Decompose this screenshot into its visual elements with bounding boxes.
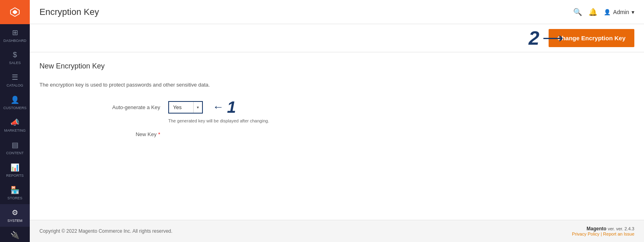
user-icon: 👤 <box>604 9 611 15</box>
footer-right: Magento ver. ver. 2.4.3 Privacy Policy |… <box>572 226 634 236</box>
auto-generate-control: Yes ▾ ← 1 <box>168 99 236 115</box>
sales-icon: $ <box>13 51 17 59</box>
sidebar-item-reports[interactable]: 📊 Reports <box>0 159 30 182</box>
catalog-icon: ☰ <box>12 73 18 82</box>
sidebar-item-label: Reports <box>6 174 23 178</box>
system-icon: ⚙ <box>12 208 18 217</box>
version-label: ver. ver. 2.4.3 <box>608 226 634 231</box>
page-content: 2 ⟶ Change Encryption Key New Encryption… <box>30 24 644 242</box>
sidebar: ⊞ Dashboard $ Sales ☰ Catalog 👤 Customer… <box>0 0 30 242</box>
select-dropdown-arrow[interactable]: ▾ <box>193 102 202 113</box>
annotation-number-2: 2 <box>528 29 539 48</box>
sidebar-item-catalog[interactable]: ☰ Catalog <box>0 69 30 91</box>
new-key-label: New Key* <box>39 131 168 137</box>
sidebar-item-label: Marketing <box>4 128 26 132</box>
sidebar-item-label: System <box>7 219 22 223</box>
sidebar-item-label: Sales <box>9 61 21 65</box>
bell-icon[interactable]: 🔔 <box>588 8 597 17</box>
arrow-right-icon: ⟶ <box>543 30 564 47</box>
copyright-text: Copyright © 2022 Magento Commerce Inc. A… <box>39 228 172 234</box>
sidebar-item-marketing[interactable]: 📣 Marketing <box>0 114 30 137</box>
arrow-left-icon: ← <box>213 101 224 114</box>
chevron-down-icon: ▾ <box>632 9 634 15</box>
new-key-row: New Key* <box>39 131 634 137</box>
annotation-number-1: 1 <box>227 99 236 115</box>
annotation-1: ← 1 <box>213 99 236 115</box>
section-title: New Encryption Key <box>39 62 634 75</box>
page-footer: Copyright © 2022 Magento Commerce Inc. A… <box>30 220 644 242</box>
sidebar-item-customers[interactable]: 👤 Customers <box>0 91 30 114</box>
extensions-icon: 🔌 <box>10 231 19 240</box>
sidebar-item-stores[interactable]: 🏪 Stores <box>0 182 30 204</box>
sidebar-item-label: Catalog <box>6 83 23 87</box>
brand-name: Magento <box>586 226 606 232</box>
sidebar-item-content[interactable]: ▤ Content <box>0 137 30 159</box>
page-header: Encryption Key 🔍 🔔 👤 Admin ▾ <box>30 0 644 24</box>
search-icon[interactable]: 🔍 <box>573 8 582 17</box>
admin-label: Admin <box>613 9 629 15</box>
action-bar: 2 ⟶ Change Encryption Key <box>30 24 644 52</box>
header-actions: 🔍 🔔 👤 Admin ▾ <box>573 8 634 17</box>
sidebar-item-dashboard[interactable]: ⊞ Dashboard <box>0 24 30 47</box>
sidebar-item-label: Dashboard <box>3 39 26 43</box>
dashboard-icon: ⊞ <box>12 28 18 37</box>
sidebar-item-label: Stores <box>8 196 23 200</box>
sidebar-item-label: Content <box>6 151 24 155</box>
sidebar-item-extensions[interactable]: 🔌 Find Partners & Extensions <box>0 227 30 242</box>
auto-generate-label: Auto-generate a Key <box>39 104 168 110</box>
required-star: * <box>158 131 160 137</box>
page-title: Encryption Key <box>39 7 99 17</box>
form-section: New Encryption Key The encryption key is… <box>30 52 644 220</box>
form-description: The encryption key is used to protect pa… <box>39 82 634 88</box>
report-issue-link[interactable]: Report an Issue <box>603 232 634 236</box>
hint-text: The generated key will be displayed afte… <box>168 118 634 123</box>
auto-generate-row: Auto-generate a Key Yes ▾ ← 1 <box>39 99 634 115</box>
privacy-policy-link[interactable]: Privacy Policy <box>572 232 599 236</box>
customers-icon: 👤 <box>10 95 19 104</box>
sidebar-logo <box>0 0 30 24</box>
auto-generate-select-wrapper[interactable]: Yes ▾ <box>168 101 203 114</box>
footer-links: Privacy Policy | Report an Issue <box>572 232 634 236</box>
sidebar-item-sales[interactable]: $ Sales <box>0 47 30 69</box>
marketing-icon: 📣 <box>10 118 19 127</box>
sidebar-item-label: Customers <box>3 106 26 110</box>
content-icon: ▤ <box>12 141 19 149</box>
sidebar-item-system[interactable]: ⚙ System <box>0 204 30 227</box>
main-content: Encryption Key 🔍 🔔 👤 Admin ▾ 2 ⟶ Change … <box>30 0 644 242</box>
reports-icon: 📊 <box>10 163 19 172</box>
footer-brand-version: Magento ver. ver. 2.4.3 <box>572 226 634 232</box>
auto-generate-value: Yes <box>169 102 193 113</box>
admin-menu[interactable]: 👤 Admin ▾ <box>604 9 634 15</box>
annotation-2: 2 ⟶ <box>528 29 564 48</box>
stores-icon: 🏪 <box>10 186 19 194</box>
